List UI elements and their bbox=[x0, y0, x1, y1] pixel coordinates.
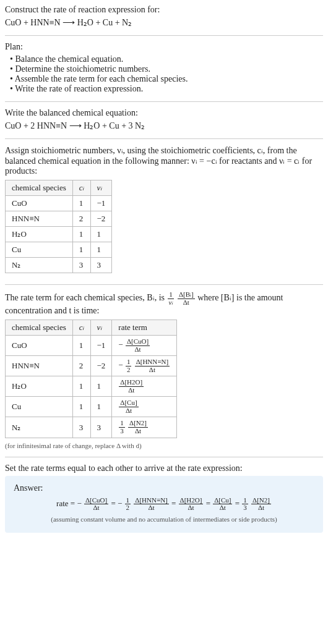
rate-formula-coef: 1 νᵢ bbox=[168, 291, 175, 306]
table-row: H₂O 1 1 bbox=[6, 227, 112, 242]
plan-item: • Balance the chemical equation. bbox=[10, 54, 323, 64]
cell-species: N₂ bbox=[6, 258, 73, 273]
table-row: N₂ 3 3 13 Δ[N2]Δt bbox=[6, 417, 177, 438]
table-row: Cu 1 1 Δ[Cu]Δt bbox=[6, 397, 177, 417]
answer-box: Answer: rate = − Δ[CuO]Δt = − 12 Δ[HNN≡N… bbox=[5, 476, 323, 533]
cell-c: 2 bbox=[72, 211, 90, 227]
table-row: Cu 1 1 bbox=[6, 242, 112, 258]
table-row: N₂ 3 3 bbox=[6, 258, 112, 273]
plan-item: • Write the rate of reaction expression. bbox=[10, 84, 323, 94]
balanced-heading: Write the balanced chemical equation: bbox=[5, 108, 323, 118]
cell-v: 1 bbox=[90, 227, 112, 242]
cell-c: 1 bbox=[72, 196, 90, 211]
col-rate: rate term bbox=[112, 320, 177, 336]
rate-formula-delta: Δ[Bᵢ] Δt bbox=[178, 291, 195, 306]
section-final: Set the rate terms equal to each other t… bbox=[5, 457, 323, 540]
rate-term-cell: 13 Δ[N2]Δt bbox=[112, 417, 177, 438]
rate-term-cell: Δ[H2O]Δt bbox=[112, 376, 177, 397]
plan-heading: Plan: bbox=[5, 42, 323, 52]
cell-v: −1 bbox=[90, 196, 112, 211]
rateterm-table: chemical species cᵢ νᵢ rate term CuO 1 −… bbox=[5, 320, 177, 438]
cell-c: 1 bbox=[72, 227, 90, 242]
section-construct: Construct the rate of reaction expressio… bbox=[5, 5, 323, 35]
unbalanced-equation: CuO + HNN≡N ⟶ H₂O + Cu + N₂ bbox=[5, 17, 323, 28]
stoich-table: chemical species cᵢ νᵢ CuO 1 −1 HNN≡N 2 … bbox=[5, 180, 112, 273]
rate-term-cell: − Δ[CuO]Δt bbox=[112, 336, 177, 356]
cell-species: HNN≡N bbox=[6, 211, 73, 227]
balanced-equation: CuO + 2 HNN≡N ⟶ H₂O + Cu + 3 N₂ bbox=[5, 121, 323, 131]
col-v: νᵢ bbox=[90, 320, 112, 336]
rate-term-cell: − 12 Δ[HNN≡N]Δt bbox=[112, 356, 177, 376]
cell-c: 3 bbox=[72, 258, 90, 273]
answer-label: Answer: bbox=[14, 483, 314, 493]
cell-species: Cu bbox=[6, 242, 73, 258]
stoich-intro: Assign stoichiometric numbers, νᵢ, using… bbox=[5, 145, 323, 176]
col-v: νᵢ bbox=[90, 180, 112, 196]
cell-v: −2 bbox=[90, 211, 112, 227]
answer-note: (assuming constant volume and no accumul… bbox=[14, 515, 314, 523]
section-rateterm: The rate term for each chemical species,… bbox=[5, 284, 323, 457]
table-row: CuO 1 −1 bbox=[6, 196, 112, 211]
col-c: cᵢ bbox=[72, 180, 90, 196]
section-balanced: Write the balanced chemical equation: Cu… bbox=[5, 101, 323, 138]
cell-c: 1 bbox=[72, 242, 90, 258]
cell-species: CuO bbox=[6, 196, 73, 211]
table-row: HNN≡N 2 −2 bbox=[6, 211, 112, 227]
table-header-row: chemical species cᵢ νᵢ bbox=[6, 180, 112, 196]
infinitesimal-note: (for infinitesimal rate of change, repla… bbox=[5, 442, 323, 449]
cell-species: H₂O bbox=[6, 227, 73, 242]
table-row: HNN≡N 2 −2 − 12 Δ[HNN≡N]Δt bbox=[6, 356, 177, 376]
rate-expression: rate = − Δ[CuO]Δt = − 12 Δ[HNN≡N]Δt = Δ[… bbox=[14, 497, 314, 512]
rateterm-intro: The rate term for each chemical species,… bbox=[5, 291, 323, 316]
rate-term-cell: Δ[Cu]Δt bbox=[112, 397, 177, 417]
plan-item: • Assemble the rate term for each chemic… bbox=[10, 74, 323, 84]
table-header-row: chemical species cᵢ νᵢ rate term bbox=[6, 320, 177, 336]
prompt-text: Construct the rate of reaction expressio… bbox=[5, 5, 323, 15]
col-c: cᵢ bbox=[72, 320, 90, 336]
col-species: chemical species bbox=[6, 320, 73, 336]
table-row: H₂O 1 1 Δ[H2O]Δt bbox=[6, 376, 177, 397]
plan-item: • Determine the stoichiometric numbers. bbox=[10, 64, 323, 74]
final-heading: Set the rate terms equal to each other t… bbox=[5, 464, 323, 473]
cell-v: 3 bbox=[90, 258, 112, 273]
section-plan: Plan: • Balance the chemical equation. •… bbox=[5, 35, 323, 101]
col-species: chemical species bbox=[6, 180, 73, 196]
cell-v: 1 bbox=[90, 242, 112, 258]
table-row: CuO 1 −1 − Δ[CuO]Δt bbox=[6, 336, 177, 356]
section-stoich: Assign stoichiometric numbers, νᵢ, using… bbox=[5, 138, 323, 284]
